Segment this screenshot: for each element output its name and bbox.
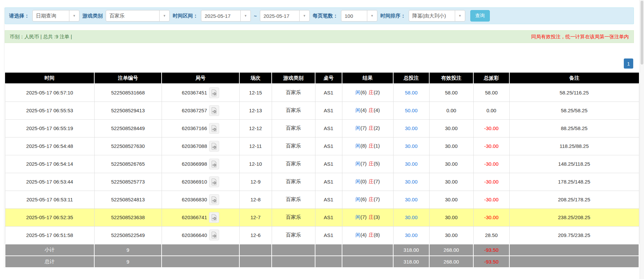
total-bet-link[interactable]: 30.00 bbox=[405, 197, 418, 202]
cell-table-no: AS1 bbox=[315, 137, 342, 155]
table-row: 2025-05-17 06:53:11 522508524813 6203668… bbox=[5, 191, 639, 208]
result-player-score: (4) bbox=[361, 107, 367, 113]
chevron-down-icon: ▼ bbox=[240, 10, 250, 21]
total-bet-link[interactable]: 50.00 bbox=[405, 108, 418, 113]
total-payout: -93.50 bbox=[473, 256, 509, 268]
video-file-icon bbox=[211, 89, 217, 96]
total-bet-link[interactable]: 30.00 bbox=[405, 143, 418, 149]
col-result: 结果 bbox=[342, 73, 393, 84]
time-sort-select[interactable]: 降冪(由大到小) ▼ bbox=[409, 10, 465, 22]
subtotal-row: 小计 9 318.00 268.00 -93.50 bbox=[5, 244, 639, 256]
total-valid-bet: 268.00 bbox=[429, 256, 473, 268]
result-player: 闲 bbox=[355, 125, 361, 131]
video-file-icon bbox=[211, 107, 217, 114]
video-replay-button[interactable] bbox=[209, 105, 219, 116]
page-size-select[interactable]: 100 ▼ bbox=[341, 10, 377, 22]
video-file-icon bbox=[211, 196, 217, 203]
video-replay-button[interactable] bbox=[209, 212, 219, 223]
cell-remark: 148.25/118.25 bbox=[509, 155, 639, 173]
cell-round-id: 620366910 bbox=[162, 173, 239, 191]
cell-session: 12-15 bbox=[239, 84, 272, 102]
total-bet-link[interactable]: 30.00 bbox=[405, 161, 418, 167]
cell-result: 闲(4)庄(8) bbox=[342, 226, 393, 244]
round-id-text: 620367166 bbox=[182, 125, 207, 131]
result-player: 闲 bbox=[355, 107, 361, 113]
cell-payout: -30.00 bbox=[473, 155, 509, 173]
cell-valid-bet: 30.00 bbox=[429, 155, 473, 173]
round-id-text: 620367257 bbox=[182, 108, 207, 113]
result-player-score: (7) bbox=[361, 125, 367, 131]
result-banker: 庄 bbox=[369, 107, 374, 113]
video-file-icon bbox=[211, 231, 217, 239]
total-bet-link[interactable]: 30.00 bbox=[405, 125, 418, 131]
cell-time: 2025-05-17 06:54:48 bbox=[5, 137, 94, 155]
page: 请选择： 日期查询 ▼ 游戏类别 百家乐 ▼ 时间区间： 2025-05-17 … bbox=[4, 7, 634, 268]
cell-time: 2025-05-17 06:53:44 bbox=[5, 173, 94, 191]
video-replay-button[interactable] bbox=[209, 159, 219, 169]
game-category-select[interactable]: 百家乐 ▼ bbox=[106, 10, 170, 22]
search-button[interactable]: 查询 bbox=[470, 10, 490, 22]
result-player-score: (8) bbox=[361, 143, 367, 149]
video-replay-button[interactable] bbox=[209, 141, 219, 152]
cell-payout: -30.00 bbox=[473, 208, 509, 226]
cell-remark: 118.25/88.25 bbox=[509, 137, 639, 155]
cell-valid-bet: 58.00 bbox=[429, 84, 473, 102]
total-bet-link[interactable]: 58.00 bbox=[405, 90, 418, 95]
page-size-value: 100 bbox=[341, 10, 367, 21]
result-banker-score: (7) bbox=[374, 178, 380, 184]
result-player-score: (0) bbox=[361, 178, 367, 184]
cell-remark: 238.25/208.25 bbox=[509, 208, 639, 226]
result-banker-score: (4) bbox=[374, 107, 380, 113]
result-player: 闲 bbox=[355, 196, 361, 202]
cell-total-bet: 58.00 bbox=[393, 84, 429, 102]
time-sort-value: 降冪(由大到小) bbox=[409, 10, 455, 21]
query-type-select[interactable]: 日期查询 ▼ bbox=[32, 10, 79, 22]
result-player: 闲 bbox=[355, 143, 361, 149]
round-id-text: 620367451 bbox=[182, 90, 207, 95]
cell-table-no: AS1 bbox=[315, 119, 342, 137]
cell-payout: -30.00 bbox=[473, 173, 509, 191]
total-bet-link[interactable]: 30.00 bbox=[405, 232, 418, 238]
result-banker: 庄 bbox=[369, 196, 374, 202]
subtotal-total-bet: 318.00 bbox=[393, 244, 429, 256]
col-round-id: 局号 bbox=[162, 73, 239, 84]
video-file-icon bbox=[211, 214, 217, 221]
result-banker: 庄 bbox=[369, 125, 374, 131]
video-replay-button[interactable] bbox=[209, 87, 219, 98]
col-payout: 总派彩 bbox=[473, 73, 509, 84]
bet-records-table: 时间 注单编号 局号 场次 游戏类别 桌号 结果 总投注 有效投注 总派彩 备注… bbox=[5, 73, 639, 268]
table-row: 2025-05-17 06:54:48 522508527630 6203670… bbox=[5, 137, 639, 155]
col-valid-bet: 有效投注 bbox=[429, 73, 473, 84]
cell-remark: 178.25/148.25 bbox=[509, 173, 639, 191]
time-range-label: 时间区间： bbox=[173, 13, 198, 19]
cell-round-id: 620367451 bbox=[162, 84, 239, 102]
scrollbar[interactable] bbox=[640, 0, 644, 279]
video-replay-button[interactable] bbox=[209, 194, 219, 205]
cell-round-id: 620366640 bbox=[162, 226, 239, 244]
cell-game: 百家乐 bbox=[272, 191, 315, 208]
date-to-select[interactable]: 2025-05-17 ▼ bbox=[260, 10, 310, 22]
total-bet-link[interactable]: 30.00 bbox=[405, 179, 418, 185]
chevron-down-icon: ▼ bbox=[367, 10, 377, 21]
result-banker-score: (2) bbox=[374, 125, 380, 131]
cell-table-no: AS1 bbox=[315, 226, 342, 244]
date-range-tilde: ~ bbox=[254, 13, 257, 19]
total-bet-link[interactable]: 30.00 bbox=[405, 214, 418, 220]
video-replay-button[interactable] bbox=[209, 176, 219, 187]
date-from-value: 2025-05-17 bbox=[201, 10, 240, 21]
table-row: 2025-05-17 06:55:19 522508528449 6203671… bbox=[5, 119, 639, 137]
table-body: 2025-05-17 06:57:10 522508531668 6203674… bbox=[5, 84, 639, 244]
video-replay-button[interactable] bbox=[209, 123, 219, 134]
video-file-icon bbox=[211, 125, 217, 132]
video-file-icon bbox=[211, 160, 217, 168]
cell-table-no: AS1 bbox=[315, 84, 342, 102]
date-from-select[interactable]: 2025-05-17 ▼ bbox=[201, 10, 251, 22]
currency-total-text: 币别：人民币 | 总共 :9 注单 | bbox=[10, 34, 72, 40]
cell-result: 闲(7)庄(2) bbox=[342, 119, 393, 137]
table-row: 2025-05-17 06:57:10 522508531668 6203674… bbox=[5, 84, 639, 102]
col-game: 游戏类别 bbox=[272, 73, 315, 84]
video-replay-button[interactable] bbox=[209, 230, 219, 240]
scrollbar-thumb[interactable] bbox=[641, 1, 643, 65]
page-1-button[interactable]: 1 bbox=[624, 58, 633, 69]
cell-bet-id: 522508523638 bbox=[94, 208, 162, 226]
